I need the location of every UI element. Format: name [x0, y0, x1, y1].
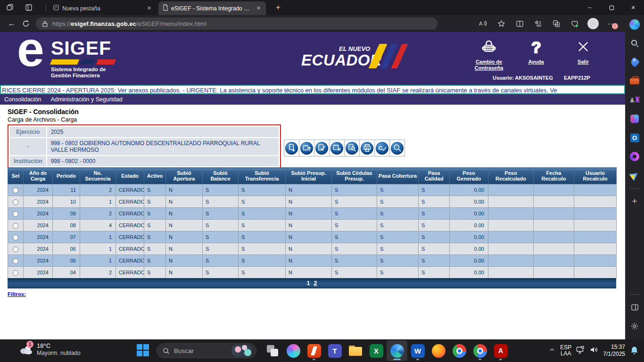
row-radio-button[interactable] — [13, 270, 18, 276]
upload-file-button[interactable] — [299, 140, 314, 156]
m365-icon[interactable] — [625, 109, 644, 128]
exit-button[interactable]: Salir — [566, 39, 601, 71]
maximize-button[interactable] — [601, 0, 622, 15]
cell: 2 — [80, 208, 116, 220]
start-button[interactable] — [137, 344, 149, 357]
sidebar-add-icon[interactable]: + — [625, 192, 644, 211]
taskbar-app-task-view[interactable] — [262, 340, 283, 361]
announcement-marquee: RICES CIERRE 2024 - APERTURA 2025: Ver a… — [0, 85, 625, 94]
search-icon[interactable] — [625, 34, 644, 53]
profile-avatar[interactable] — [586, 17, 600, 30]
help-button[interactable]: ?Ayuda — [519, 39, 553, 71]
workspaces-icon[interactable] — [4, 2, 16, 13]
clipchamp-icon[interactable] — [625, 147, 644, 166]
taskbar-app-copilot[interactable] — [283, 340, 304, 361]
cell: N — [286, 220, 332, 231]
browser-essentials-icon[interactable] — [568, 17, 582, 30]
table-row: 2024061CERRADOSNSSNSSS0.00 — [8, 243, 617, 255]
menu-item-administraci-n-y-seguridad[interactable]: Administración y Seguridad — [51, 96, 123, 103]
browser-tab-esigef[interactable]: eSIGEF - Sistema Integrado de G ✕ — [158, 1, 266, 15]
cell: S — [419, 267, 450, 279]
settings-icon[interactable] — [625, 317, 644, 336]
taskbar-app-file-explorer[interactable] — [345, 340, 366, 361]
network-icon[interactable] — [576, 346, 585, 356]
approve-button[interactable]: C — [374, 140, 390, 156]
panel-toggle-icon[interactable] — [625, 298, 644, 317]
toolbox-icon[interactable] — [625, 72, 644, 90]
collections-icon[interactable] — [549, 17, 563, 30]
svg-text:A: A — [479, 21, 483, 26]
favorites-list-icon[interactable] — [531, 17, 545, 30]
tab-close-icon[interactable]: ✕ — [255, 5, 262, 11]
copilot-icon[interactable] — [625, 15, 644, 34]
outlook-icon[interactable]: O — [625, 128, 644, 147]
shopping-icon[interactable] — [625, 53, 644, 72]
cell: 0.00 — [450, 243, 488, 255]
taskbar-app-word[interactable]: W — [407, 340, 428, 361]
menu-item-consolidaci-n[interactable]: Consolidación — [4, 96, 41, 103]
settings-more-icon[interactable]: ⋯↑ — [604, 17, 619, 30]
new-document-button[interactable] — [284, 140, 299, 156]
tray-chevron-icon[interactable] — [549, 346, 555, 355]
notifications-bell-icon[interactable] — [630, 346, 639, 355]
volume-icon[interactable] — [590, 346, 598, 355]
row-radio-button[interactable] — [13, 235, 18, 240]
close-button[interactable]: ✕ — [622, 0, 644, 15]
row-radio-button[interactable] — [13, 211, 18, 217]
consult-button[interactable] — [389, 140, 405, 156]
page-number-2[interactable]: 2 — [314, 280, 317, 287]
notification-badge: 1 — [26, 341, 33, 348]
taskbar-clock[interactable]: 15:37 7/1/2025 — [603, 344, 625, 358]
taskbar-app-firefox[interactable] — [428, 340, 449, 361]
row-radio-button[interactable] — [13, 258, 18, 264]
validate-file-button[interactable] — [314, 140, 330, 156]
split-screen-icon[interactable] — [512, 17, 527, 30]
tab-actions-icon[interactable] — [23, 2, 35, 13]
games-icon[interactable]: ♟♜ — [625, 90, 644, 109]
browser-tab-new-tab[interactable]: Nueva pestaña ✕ — [49, 1, 157, 15]
back-button[interactable]: ← — [5, 17, 19, 30]
column-header: Pasa Cobertura — [377, 168, 419, 184]
language-indicator[interactable]: ESP LAA — [560, 345, 571, 357]
row-radio-button[interactable] — [13, 188, 18, 193]
password-lock-button[interactable]: Cambio de Contraseña — [471, 39, 506, 71]
filtros-link[interactable]: Filtros: — [8, 291, 26, 297]
esigef-logo-text: SIGEF — [51, 39, 111, 58]
cell: N — [166, 184, 203, 196]
esigef-logo-subtitle: Sistema Integrado de Gestión Financiera — [51, 66, 106, 79]
taskbar-app-acrobat[interactable]: A — [490, 340, 511, 361]
taskbar-app-pdf-xchange[interactable] — [304, 340, 324, 361]
weather-widget[interactable]: 1 18°C Mayorm. nublado — [19, 342, 81, 357]
row-radio-button[interactable] — [13, 199, 18, 205]
row-radio-button[interactable] — [13, 223, 18, 229]
print-button[interactable] — [359, 140, 375, 156]
cell: S — [144, 220, 166, 231]
lock-icon[interactable] — [41, 20, 49, 27]
taskbar-app-chrome-profile[interactable] — [470, 340, 490, 361]
read-aloud-icon[interactable]: A — [476, 17, 490, 30]
cell: CERRADO — [116, 243, 144, 255]
favorite-star-icon[interactable] — [494, 17, 508, 30]
cell: 2 — [80, 267, 116, 279]
taskbar-app-edge[interactable] — [387, 340, 407, 361]
taskbar-app-excel[interactable]: X — [366, 340, 387, 361]
drop-icon[interactable] — [625, 166, 644, 185]
cell: 0.00 — [450, 255, 488, 267]
cell: N — [166, 267, 203, 279]
delete-file-button[interactable] — [329, 140, 345, 156]
preview-document-button[interactable] — [344, 140, 360, 156]
taskbar-app-teams[interactable]: T — [324, 340, 345, 361]
cell: N — [286, 243, 332, 255]
taskbar-search[interactable]: Buscar — [157, 343, 256, 358]
refresh-button[interactable] — [19, 17, 33, 30]
new-tab-button[interactable]: + — [272, 3, 284, 12]
cell: S — [419, 243, 450, 255]
cell — [488, 243, 534, 255]
validate-file-icon — [315, 142, 328, 155]
minimize-button[interactable]: ─ — [579, 0, 601, 15]
cell: 07 — [53, 231, 80, 243]
taskbar-app-chrome[interactable] — [449, 340, 470, 361]
address-bar[interactable]: https://esigef.finanzas.gob.ec/eSIGEF/me… — [36, 17, 438, 30]
tab-close-icon[interactable]: ✕ — [146, 5, 153, 11]
row-radio-button[interactable] — [13, 247, 18, 252]
